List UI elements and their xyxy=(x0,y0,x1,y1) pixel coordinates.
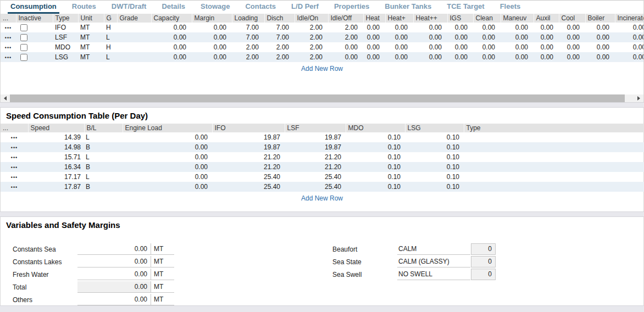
cell-clean[interactable]: 0.00 xyxy=(473,32,501,42)
cell-mdo[interactable]: 0.10 xyxy=(346,132,405,142)
cell-capacity[interactable]: 0.00 xyxy=(151,32,192,42)
cell-type[interactable] xyxy=(464,182,644,192)
cell-heat-plus2[interactable]: 0.00 xyxy=(413,52,447,62)
scroll-right-button[interactable] xyxy=(634,94,643,102)
cell-mdo[interactable]: 0.10 xyxy=(346,172,405,182)
horizontal-scrollbar[interactable] xyxy=(1,94,643,102)
row-menu-button[interactable]: ••• xyxy=(1,35,16,41)
sea-state-select[interactable]: CALM (GLASSY) xyxy=(397,256,470,268)
cell-capacity[interactable]: 0.00 xyxy=(151,42,192,52)
cell-igs[interactable]: 0.00 xyxy=(447,32,473,42)
cell-heat-plus2[interactable]: 0.00 xyxy=(413,32,447,42)
inactive-checkbox[interactable] xyxy=(20,54,27,61)
row-menu-button[interactable]: ••• xyxy=(1,165,28,170)
cell-engine-load[interactable]: 0.00 xyxy=(123,162,212,172)
cell-auxil[interactable]: 0.00 xyxy=(534,52,559,62)
cell-cool[interactable]: 0.00 xyxy=(559,52,585,62)
cell-margin[interactable]: 0.00 xyxy=(192,23,232,32)
cell-heat-plus[interactable]: 0.00 xyxy=(385,52,413,62)
cell-grade[interactable] xyxy=(117,42,151,52)
cell-heat-plus2[interactable]: 0.00 xyxy=(413,42,447,52)
cell-ifo[interactable]: 19.87 xyxy=(212,142,285,152)
cell-engine-load[interactable]: 0.00 xyxy=(123,142,212,152)
cell-g[interactable]: L xyxy=(104,32,117,42)
cell-lsf[interactable]: 21.20 xyxy=(285,152,346,162)
cell-unit[interactable]: MT xyxy=(78,32,104,42)
cell-maneuv[interactable]: 0.00 xyxy=(501,42,534,52)
cell-engine-load[interactable]: 0.00 xyxy=(123,182,212,192)
constants-sea-input[interactable]: 0.00 xyxy=(77,243,151,255)
cell-bl[interactable]: B xyxy=(84,182,123,192)
scrollbar-thumb[interactable] xyxy=(10,94,625,102)
cell-ifo[interactable]: 21.20 xyxy=(212,162,285,172)
row-menu-button[interactable]: ••• xyxy=(1,155,28,160)
cell-boiler[interactable]: 0.00 xyxy=(585,32,615,42)
cell-type[interactable]: IFO xyxy=(53,23,78,32)
cell-cool[interactable]: 0.00 xyxy=(559,23,585,32)
cell-boiler[interactable]: 0.00 xyxy=(585,42,615,52)
cell-type[interactable]: MDO xyxy=(53,42,78,52)
cell-bl[interactable]: L xyxy=(84,152,123,162)
cell-loading[interactable]: 7.00 xyxy=(232,23,264,32)
cell-heat-plus[interactable]: 0.00 xyxy=(385,32,413,42)
cell-speed[interactable]: 14.39 xyxy=(28,132,84,142)
cell-loading[interactable]: 2.00 xyxy=(232,52,264,62)
cell-disch[interactable]: 7.00 xyxy=(264,23,295,32)
cell-ifo[interactable]: 19.87 xyxy=(212,132,285,142)
cell-idle-off[interactable]: 0.00 xyxy=(328,52,363,62)
cell-lsf[interactable]: 21.20 xyxy=(285,162,346,172)
cell-clean[interactable]: 0.00 xyxy=(473,52,501,62)
cell-type[interactable] xyxy=(464,132,644,142)
cell-disch[interactable]: 2.00 xyxy=(264,52,295,62)
cell-maneuv[interactable]: 0.00 xyxy=(501,52,534,62)
cell-lsg[interactable]: 0.10 xyxy=(405,142,464,152)
row-menu-button[interactable]: ••• xyxy=(1,135,28,141)
cell-g[interactable]: H xyxy=(104,23,117,32)
beaufort-select[interactable]: CALM xyxy=(397,243,470,255)
cell-idle-on[interactable]: 2.00 xyxy=(295,32,328,42)
cell-bl[interactable]: B xyxy=(84,142,123,152)
cell-auxil[interactable]: 0.00 xyxy=(534,23,559,32)
cell-bl[interactable]: L xyxy=(84,132,123,142)
cell-igs[interactable]: 0.00 xyxy=(447,23,473,32)
cell-mdo[interactable]: 0.10 xyxy=(346,152,405,162)
cell-ifo[interactable]: 25.40 xyxy=(212,182,285,192)
cell-igs[interactable]: 0.00 xyxy=(447,52,473,62)
cell-disch[interactable]: 2.00 xyxy=(264,42,295,52)
cell-unit[interactable]: MT xyxy=(78,23,104,32)
row-menu-button[interactable]: ••• xyxy=(1,25,16,31)
cell-auxil[interactable]: 0.00 xyxy=(534,32,559,42)
cell-speed[interactable]: 15.71 xyxy=(28,152,84,162)
cell-idle-off[interactable]: 0.00 xyxy=(328,42,363,52)
tab-ld-perf[interactable]: L/D Perf xyxy=(288,1,321,14)
tab-details[interactable]: Details xyxy=(159,1,188,14)
cell-heat[interactable]: 0.00 xyxy=(363,42,385,52)
tab-properties[interactable]: Properties xyxy=(331,1,372,14)
cell-mdo[interactable]: 0.10 xyxy=(346,142,405,152)
cell-engine-load[interactable]: 0.00 xyxy=(123,172,212,182)
cell-engine-load[interactable]: 0.00 xyxy=(123,152,212,162)
cell-auxil[interactable]: 0.00 xyxy=(534,42,559,52)
cell-lsg[interactable]: 0.10 xyxy=(405,162,464,172)
scroll-left-button[interactable] xyxy=(1,94,10,102)
scrollbar-track[interactable] xyxy=(10,94,634,102)
inactive-checkbox[interactable] xyxy=(20,44,27,51)
row-menu-button[interactable]: ••• xyxy=(1,45,16,51)
cell-g[interactable]: L xyxy=(104,52,117,62)
cell-heat-plus2[interactable]: 0.00 xyxy=(413,23,447,32)
row-menu-button[interactable]: ••• xyxy=(1,185,28,190)
tab-consumption[interactable]: Consumption xyxy=(8,1,59,14)
cell-unit[interactable]: MT xyxy=(78,42,104,52)
cell-type[interactable] xyxy=(464,172,644,182)
cell-g[interactable]: H xyxy=(104,42,117,52)
cell-lsg[interactable]: 0.10 xyxy=(405,132,464,142)
cell-heat-plus[interactable]: 0.00 xyxy=(385,42,413,52)
tab-contacts[interactable]: Contacts xyxy=(242,1,279,14)
inactive-checkbox[interactable] xyxy=(20,34,27,41)
fresh-water-input[interactable]: 0.00 xyxy=(77,269,151,280)
cell-lsf[interactable]: 19.87 xyxy=(285,132,346,142)
row-menu-button[interactable]: ••• xyxy=(1,175,28,180)
inactive-checkbox[interactable] xyxy=(20,24,27,31)
cell-heat[interactable]: 0.00 xyxy=(363,32,385,42)
cell-ifo[interactable]: 21.20 xyxy=(212,152,285,162)
